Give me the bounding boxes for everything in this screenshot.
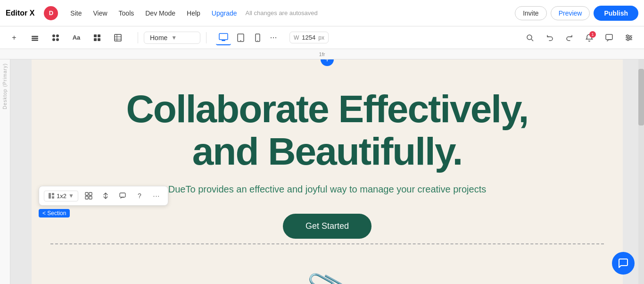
layout-selector[interactable]: 1x2 ▼ — [44, 191, 78, 201]
svg-rect-8 — [98, 34, 100, 37]
sort-icon[interactable] — [99, 189, 112, 202]
get-started-button[interactable]: Get Started — [283, 214, 372, 239]
svg-point-21 — [527, 35, 532, 40]
width-value: 1254 — [302, 34, 315, 41]
add-icon[interactable]: + — [8, 31, 21, 44]
svg-point-20 — [257, 40, 258, 41]
svg-rect-36 — [89, 196, 92, 199]
svg-point-29 — [627, 39, 629, 41]
redo-icon[interactable] — [562, 30, 577, 45]
preview-button[interactable]: Preview — [551, 6, 590, 20]
page-selector-label: Home — [150, 34, 167, 42]
canvas-area: 1fr Desktop (Primary) + Collaborate Effe… — [0, 49, 644, 284]
floating-toolbar: 1x2 ▼ ? ··· — [39, 186, 168, 206]
nav-menu: Site View Tools Dev Mode Help Upgrade Al… — [66, 8, 317, 19]
svg-rect-15 — [219, 33, 228, 40]
publish-button[interactable]: Publish — [594, 6, 638, 21]
hero-subtitle: DueTo provides an effective and joyful w… — [168, 184, 486, 195]
toolbar-divider-1 — [138, 32, 138, 43]
text-icon[interactable]: Aa — [70, 31, 83, 44]
svg-point-27 — [627, 35, 628, 37]
more-options-icon[interactable]: ··· — [267, 31, 280, 44]
svg-rect-2 — [32, 40, 38, 41]
hero-title: Collaborate Effectively, and Beautifully… — [126, 88, 528, 173]
canvas-content: + Collaborate Effectively, and Beautiful… — [10, 59, 644, 284]
svg-rect-33 — [85, 192, 88, 195]
nav-devmode[interactable]: Dev Mode — [140, 8, 180, 19]
table-icon[interactable] — [111, 31, 124, 44]
layout-grid-icon — [48, 192, 55, 199]
ruler-top: 1fr — [0, 49, 644, 59]
nav-upgrade[interactable]: Upgrade — [207, 8, 242, 19]
ruler-left-label: Desktop (Primary) — [2, 63, 8, 109]
nav-view[interactable]: View — [88, 8, 112, 19]
paperclip-icon: 📎 — [305, 263, 350, 284]
mobile-icon[interactable] — [250, 30, 265, 45]
section-tag-container: < Section — [39, 209, 70, 217]
toolbar-divider-2 — [206, 32, 206, 43]
comments-icon[interactable] — [602, 30, 617, 45]
layout-grid-btn[interactable] — [82, 189, 95, 202]
logo: Editor X — [6, 9, 34, 17]
toolbar-right: 1 — [522, 30, 636, 45]
tablet-icon[interactable] — [233, 30, 248, 45]
svg-rect-23 — [606, 34, 612, 40]
toolbar-left: + Aa — [8, 31, 124, 44]
undo-icon[interactable] — [542, 30, 557, 45]
svg-rect-16 — [222, 40, 225, 41]
ruler-top-label: 1fr — [319, 51, 325, 57]
svg-point-18 — [240, 40, 241, 41]
comment-btn[interactable] — [116, 189, 129, 202]
invite-button[interactable]: Invite — [515, 6, 546, 20]
svg-rect-30 — [49, 193, 51, 199]
svg-point-6 — [56, 38, 59, 41]
svg-rect-0 — [32, 36, 38, 37]
nav-tools[interactable]: Tools — [114, 8, 139, 19]
section-divider — [50, 243, 604, 244]
chevron-down-icon: ▼ — [171, 34, 177, 41]
svg-rect-37 — [120, 193, 125, 197]
device-icons: ··· — [216, 30, 280, 45]
ruler-left: Desktop (Primary) — [0, 59, 10, 284]
svg-line-22 — [531, 39, 533, 41]
section-tag[interactable]: < Section — [39, 209, 70, 217]
svg-rect-32 — [52, 196, 54, 199]
width-indicator: W 1254 px — [289, 32, 329, 43]
page-canvas: + Collaborate Effectively, and Beautiful… — [32, 59, 623, 284]
editor-toolbar: + Aa Home ▼ ··· W 1254 px — [0, 26, 644, 49]
nav-site[interactable]: Site — [66, 8, 86, 19]
width-label: W — [294, 34, 299, 41]
layers-icon[interactable] — [28, 31, 41, 44]
hero-section: Collaborate Effectively, and Beautifully… — [32, 59, 623, 263]
notification-badge: 1 — [589, 31, 596, 38]
chat-button[interactable] — [612, 252, 635, 275]
layout-label: 1x2 — [57, 192, 66, 200]
width-unit: px — [318, 34, 324, 41]
nav-help[interactable]: Help — [182, 8, 205, 19]
svg-rect-11 — [115, 34, 121, 41]
svg-point-3 — [52, 34, 55, 37]
nav-right: Invite Preview Publish — [515, 6, 638, 21]
zoom-icon[interactable] — [522, 30, 537, 45]
page-selector[interactable]: Home ▼ — [144, 32, 200, 44]
components-icon[interactable] — [49, 31, 62, 44]
notifications-icon[interactable]: 1 — [582, 30, 597, 45]
svg-rect-31 — [52, 193, 54, 195]
autosave-status: All changes are autosaved — [246, 9, 318, 17]
avatar[interactable]: D — [44, 6, 58, 20]
svg-rect-9 — [94, 38, 97, 41]
chat-icon — [618, 258, 629, 269]
svg-point-4 — [56, 34, 59, 37]
top-navigation: Editor X D Site View Tools Dev Mode Help… — [0, 0, 644, 26]
desktop-icon[interactable] — [216, 30, 231, 45]
layout-chevron-icon: ▼ — [68, 192, 74, 199]
more-btn[interactable]: ··· — [150, 189, 163, 202]
settings-icon[interactable] — [621, 30, 636, 45]
grid-icon[interactable] — [91, 31, 104, 44]
decorative-area: 📎 — [32, 263, 623, 284]
svg-rect-34 — [89, 192, 92, 195]
help-btn[interactable]: ? — [133, 189, 146, 202]
svg-rect-7 — [94, 34, 97, 37]
svg-point-28 — [629, 37, 631, 39]
svg-point-5 — [52, 38, 55, 41]
